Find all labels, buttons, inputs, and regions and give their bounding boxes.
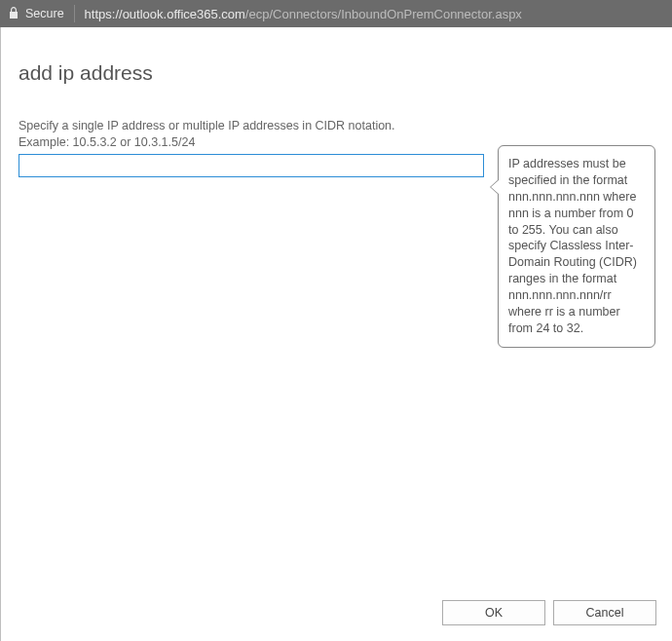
help-tooltip: IP addresses must be specified in the fo… (498, 145, 655, 348)
browser-address-bar: Secure https://outlook.office365.com/ecp… (0, 0, 672, 27)
ok-button[interactable]: OK (442, 600, 545, 625)
url-path: /ecp/Connectors/InboundOnPremConnector.a… (245, 7, 522, 21)
url-display: https://outlook.office365.com/ecp/Connec… (75, 7, 522, 21)
dialog-page: add ip address Specify a single IP addre… (0, 27, 672, 641)
instruction-text: Specify a single IP address or multiple … (19, 118, 654, 134)
ip-address-input[interactable] (19, 154, 484, 177)
dialog-button-row: OK Cancel (442, 600, 656, 625)
tooltip-text: IP addresses must be specified in the fo… (508, 157, 637, 335)
dialog-title: add ip address (19, 61, 654, 85)
tooltip-pointer-icon (490, 179, 499, 195)
secure-label: Secure (25, 7, 64, 20)
secure-indicator: Secure (8, 5, 75, 22)
url-host: https://outlook.office365.com (85, 7, 245, 21)
cancel-button[interactable]: Cancel (553, 600, 656, 625)
lock-icon (8, 6, 25, 22)
